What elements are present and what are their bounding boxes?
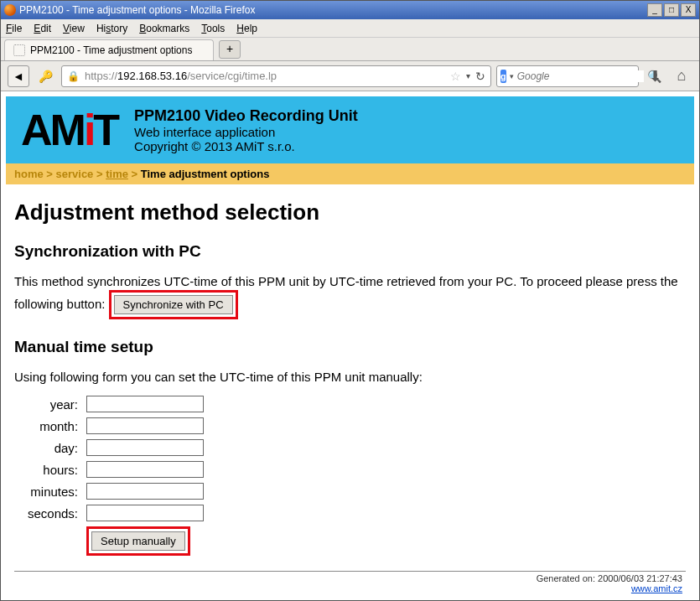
page-title: Adjustment method selection [14,199,686,225]
input-minutes[interactable] [86,483,204,500]
bookmark-star-icon[interactable]: ☆ [450,70,461,83]
input-day[interactable] [86,439,204,456]
downloads-icon[interactable]: ⬇ [644,65,666,87]
minimize-button[interactable]: _ [647,3,662,17]
breadcrumb-service[interactable]: service [56,168,94,180]
url-path: /service/cgi/time.lp [187,70,277,82]
reload-icon[interactable]: ↻ [475,70,485,83]
footer-link[interactable]: www.amit.cz [631,583,682,593]
search-bar[interactable]: g ▾ 🔍 [496,65,639,87]
header-copyright: Copyright © 2013 AMiT s.r.o. [134,139,358,153]
label-seconds: seconds: [24,503,81,523]
maximize-button[interactable]: □ [664,3,679,17]
menu-bookmarks[interactable]: Bookmarks [139,23,189,34]
input-seconds[interactable] [86,505,204,521]
header-subtitle: Web interface application [134,125,358,139]
browser-tab[interactable]: PPM2100 - Time adjustment options [4,39,214,60]
back-button[interactable]: ◄ [8,65,29,87]
menu-file[interactable]: File [6,23,22,34]
page-body: Adjustment method selection Synchronizat… [6,184,694,593]
search-engine-dropdown-icon[interactable]: ▾ [510,72,514,80]
label-month: month: [24,416,81,436]
tabstrip: PPM2100 - Time adjustment options + [1,38,699,61]
window-title: PPM2100 - Time adjustment options - Mozi… [19,4,647,16]
sync-button-highlight: Synchronize with PC [109,290,238,319]
section-sync-heading: Synchronization with PC [14,242,686,261]
lock-icon: 🔒 [67,70,80,82]
footer-generated: Generated on: 2000/06/03 21:27:43 [537,573,682,583]
menu-tools[interactable]: Tools [201,23,225,34]
menu-view[interactable]: View [63,23,85,34]
sync-description: This method synchronizes UTC-time of thi… [14,274,678,311]
search-input[interactable] [517,70,644,82]
url-protocol: https:// [85,70,117,82]
page-header: AMiT PPM2100 Video Recording Unit Web in… [6,96,694,163]
manual-button-highlight: Setup manually [86,526,190,556]
input-hours[interactable] [86,461,204,478]
google-icon: g [500,70,506,83]
label-day: day: [24,438,81,458]
manual-time-form: year: month: day: hours: [23,392,209,559]
breadcrumb-home[interactable]: home [14,168,44,180]
navbar: ◄ 🔑 🔒 https://192.168.53.16/service/cgi/… [1,61,699,91]
tab-title: PPM2100 - Time adjustment options [30,44,192,56]
amit-logo: AMiT [21,105,117,155]
input-year[interactable] [86,396,204,412]
new-tab-button[interactable]: + [219,40,241,59]
manual-description: Using following form you can set the UTC… [14,368,686,386]
menu-help[interactable]: Help [236,23,257,34]
url-dropdown-icon[interactable]: ▾ [466,71,470,80]
url-bar[interactable]: 🔒 https://192.168.53.16/service/cgi/time… [61,65,491,87]
label-minutes: minutes: [24,481,81,501]
breadcrumb-current: Time adjustment options [141,168,270,180]
firefox-window: PPM2100 - Time adjustment options - Mozi… [0,0,700,601]
menu-edit[interactable]: Edit [34,23,51,34]
breadcrumb-time[interactable]: time [106,168,128,180]
section-manual-heading: Manual time setup [14,338,686,356]
url-host: 192.168.53.16 [117,70,187,82]
close-button[interactable]: X [681,3,696,17]
header-title: PPM2100 Video Recording Unit [134,107,358,125]
input-month[interactable] [86,417,204,434]
firefox-icon [4,4,16,16]
titlebar: PPM2100 - Time adjustment options - Mozi… [1,1,699,19]
page-footer: Generated on: 2000/06/03 21:27:43 www.am… [14,572,686,593]
breadcrumb: home > service > time > Time adjustment … [6,163,694,184]
synchronize-button[interactable]: Synchronize with PC [114,295,233,314]
setup-manually-button[interactable]: Setup manually [91,531,185,551]
keyhole-icon: 🔑 [34,65,56,87]
label-year: year: [24,394,81,414]
page-icon [13,44,25,56]
home-icon[interactable]: ⌂ [671,65,692,87]
page-viewport: AMiT PPM2100 Video Recording Unit Web in… [1,91,699,600]
label-hours: hours: [24,459,81,479]
menubar: File Edit View History Bookmarks Tools H… [1,19,699,38]
menu-history[interactable]: History [96,23,127,34]
